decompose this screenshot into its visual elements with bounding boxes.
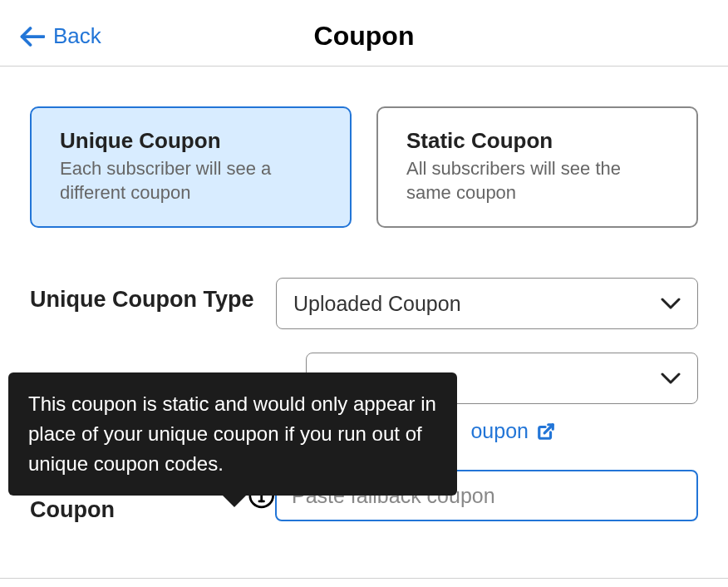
unique-coupon-type-row: Unique Coupon Type Uploaded Coupon bbox=[30, 278, 698, 329]
option-static-title: Static Coupon bbox=[406, 128, 668, 154]
unique-coupon-type-value: Uploaded Coupon bbox=[293, 292, 461, 316]
chevron-down-icon bbox=[661, 298, 681, 309]
page-header: Back Coupon bbox=[0, 0, 728, 66]
bottom-divider bbox=[0, 578, 728, 579]
page-title: Coupon bbox=[314, 21, 415, 52]
coupon-type-options: Unique Coupon Each subscriber will see a… bbox=[30, 106, 698, 228]
option-unique-desc: Each subscriber will see a different cou… bbox=[60, 157, 322, 205]
option-static-desc: All subscribers will see the same coupon bbox=[406, 157, 668, 205]
fallback-tooltip: This coupon is static and would only app… bbox=[8, 372, 457, 496]
unique-coupon-type-label: Unique Coupon Type bbox=[30, 278, 276, 314]
option-unique-title: Unique Coupon bbox=[60, 128, 322, 154]
unique-coupon-type-control: Uploaded Coupon bbox=[276, 278, 698, 329]
manage-coupon-link-text: oupon bbox=[470, 419, 529, 443]
option-unique-coupon[interactable]: Unique Coupon Each subscriber will see a… bbox=[30, 106, 352, 228]
arrow-left-icon bbox=[20, 26, 45, 47]
back-button[interactable]: Back bbox=[20, 23, 101, 49]
fallback-tooltip-text: This coupon is static and would only app… bbox=[28, 392, 436, 475]
unique-coupon-type-select[interactable]: Uploaded Coupon bbox=[276, 278, 698, 329]
option-static-coupon[interactable]: Static Coupon All subscribers will see t… bbox=[376, 106, 698, 228]
back-label: Back bbox=[53, 23, 101, 49]
external-link-icon bbox=[537, 422, 555, 441]
chevron-down-icon bbox=[661, 372, 681, 384]
